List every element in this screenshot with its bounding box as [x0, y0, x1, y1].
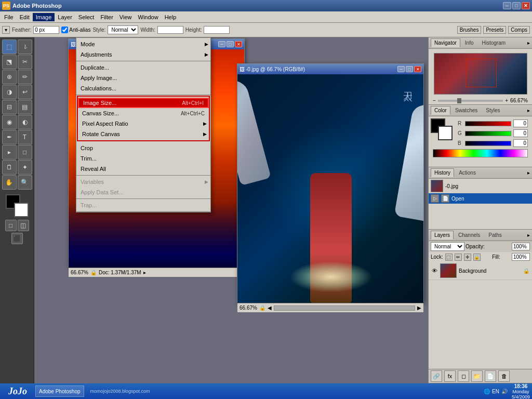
- tool-preset-picker[interactable]: ▾: [2, 26, 10, 34]
- text-tool[interactable]: T: [18, 130, 32, 144]
- history-expand[interactable]: ▸: [527, 170, 530, 176]
- menu-canvas-size[interactable]: Canvas Size... Alt+Ctrl+C: [78, 108, 209, 118]
- comps-tab[interactable]: Comps: [508, 26, 530, 34]
- presets-tab[interactable]: Presets: [483, 26, 506, 34]
- stamp-tool[interactable]: ◑: [2, 85, 17, 99]
- tab-styles[interactable]: Styles: [482, 106, 503, 115]
- blue-value[interactable]: [513, 139, 528, 147]
- menu-adjustments[interactable]: Adjustments: [76, 49, 210, 60]
- navigator-expand[interactable]: ▸: [527, 40, 530, 46]
- red-slider[interactable]: [465, 121, 511, 126]
- menu-image[interactable]: Image: [33, 13, 55, 21]
- menu-rotate-canvas[interactable]: Rotate Canvas: [78, 129, 209, 139]
- menu-filter[interactable]: Filter: [97, 13, 116, 21]
- zoom-out-icon[interactable]: −: [433, 98, 436, 103]
- menu-mode[interactable]: Mode: [76, 39, 210, 49]
- blur-tool[interactable]: ◉: [2, 115, 17, 129]
- menu-window[interactable]: Window: [135, 13, 162, 21]
- gradient-tool[interactable]: ▤: [18, 100, 32, 114]
- layer-visibility-toggle[interactable]: 👁: [431, 267, 438, 274]
- path-select-tool[interactable]: ▸: [2, 145, 17, 159]
- crop-tool[interactable]: ⬔: [2, 55, 17, 69]
- zoom-in-icon[interactable]: +: [505, 98, 508, 103]
- tab-color[interactable]: Color: [431, 106, 450, 115]
- menu-duplicate[interactable]: Duplicate...: [76, 62, 210, 73]
- maximize-button[interactable]: □: [512, 2, 521, 9]
- bg-close-btn[interactable]: ✕: [235, 41, 242, 47]
- front-canvas[interactable]: 太刀: [237, 74, 423, 303]
- tab-info[interactable]: Info: [461, 38, 477, 47]
- add-mask-btn[interactable]: ◻: [458, 370, 469, 382]
- feather-input[interactable]: [33, 26, 59, 34]
- lock-transparent-icon[interactable]: ⬚: [445, 254, 453, 261]
- lock-all-icon[interactable]: 🔒: [473, 254, 481, 261]
- pen-tool[interactable]: ✒: [2, 130, 17, 144]
- screen-mode[interactable]: ⬛: [11, 233, 23, 244]
- color-spectrum-bar[interactable]: [433, 149, 528, 157]
- menu-pixel-aspect-ratio[interactable]: Pixel Aspect Ratio: [78, 118, 209, 129]
- bg-minimize-btn[interactable]: ─: [218, 41, 225, 47]
- history-item-open[interactable]: ▷ 📄 Open: [429, 193, 532, 204]
- color-expand[interactable]: ▸: [527, 108, 530, 113]
- tab-navigator[interactable]: Navigator: [431, 38, 460, 47]
- blue-slider[interactable]: [465, 141, 511, 146]
- tab-layers[interactable]: Layers: [431, 231, 454, 240]
- menu-reveal-all[interactable]: Reveal All: [76, 164, 210, 174]
- shape-tool[interactable]: □: [18, 145, 32, 159]
- menu-crop[interactable]: Crop: [76, 143, 210, 153]
- tab-histogram[interactable]: Histogram: [478, 38, 510, 47]
- minimize-button[interactable]: ─: [503, 2, 511, 9]
- add-style-btn[interactable]: fx: [444, 370, 456, 382]
- eraser-tool[interactable]: ⊟: [2, 100, 17, 114]
- lock-move-icon[interactable]: ✛: [464, 254, 471, 261]
- layers-expand[interactable]: ▸: [527, 232, 530, 238]
- heal-tool[interactable]: ⊕: [2, 70, 17, 84]
- close-button[interactable]: ✕: [522, 2, 530, 9]
- quick-mask-mode[interactable]: ◫: [18, 220, 29, 231]
- delete-layer-btn[interactable]: 🗑: [498, 370, 510, 382]
- tab-swatches[interactable]: Swatches: [451, 106, 481, 115]
- anti-alias-checkbox[interactable]: [61, 26, 68, 33]
- menu-trim[interactable]: Trim...: [76, 153, 210, 164]
- notes-tool[interactable]: 🗒: [2, 160, 17, 175]
- green-slider[interactable]: [465, 131, 511, 136]
- zoom-tool[interactable]: 🔍: [18, 175, 32, 190]
- front-maximize-btn[interactable]: □: [406, 66, 413, 72]
- menu-calculations[interactable]: Calculations...: [76, 83, 210, 94]
- link-layers-btn[interactable]: 🔗: [431, 370, 442, 382]
- blend-mode-select[interactable]: Normal: [431, 242, 464, 251]
- tab-history[interactable]: History: [431, 168, 454, 177]
- height-input[interactable]: [204, 26, 230, 34]
- menu-help[interactable]: Help: [162, 13, 180, 21]
- dodge-tool[interactable]: ◐: [18, 115, 32, 129]
- fill-input[interactable]: [512, 253, 530, 261]
- create-group-btn[interactable]: 📁: [471, 370, 483, 382]
- taskbar-app-btn[interactable]: Adobe Photoshop: [35, 385, 84, 397]
- menu-file[interactable]: File: [1, 13, 17, 21]
- zoom-slider[interactable]: [438, 100, 503, 102]
- menu-image-size[interactable]: Image Size... Alt+Ctrl+I: [78, 98, 209, 108]
- standard-mode[interactable]: □: [5, 220, 17, 231]
- lasso-tool[interactable]: 𝓵: [18, 39, 32, 54]
- hand-tool[interactable]: ✋: [2, 175, 17, 190]
- layer-item-background[interactable]: 👁 Background 🔒: [429, 262, 532, 280]
- history-item-file[interactable]: -0.jpg: [429, 179, 532, 193]
- eyedropper-tool[interactable]: ✦: [18, 160, 32, 175]
- opacity-input[interactable]: [512, 243, 530, 250]
- menu-edit[interactable]: Edit: [17, 13, 33, 21]
- lock-image-icon[interactable]: ✏: [455, 254, 462, 261]
- menu-view[interactable]: View: [116, 13, 135, 21]
- bg-maximize-btn[interactable]: □: [227, 41, 234, 47]
- create-layer-btn[interactable]: 📄: [485, 370, 496, 382]
- brush-tool[interactable]: ✏: [18, 70, 32, 84]
- front-minimize-btn[interactable]: ─: [397, 66, 405, 72]
- marquee-tool[interactable]: ⬚: [2, 39, 17, 54]
- green-value[interactable]: [513, 129, 528, 137]
- width-input[interactable]: [157, 26, 183, 34]
- tab-paths[interactable]: Paths: [485, 231, 506, 240]
- tab-channels[interactable]: Channels: [455, 231, 484, 240]
- tab-actions[interactable]: Actions: [455, 168, 480, 177]
- style-select[interactable]: Normal: [108, 25, 138, 34]
- background-color[interactable]: [14, 203, 29, 217]
- menu-select[interactable]: Select: [75, 13, 98, 21]
